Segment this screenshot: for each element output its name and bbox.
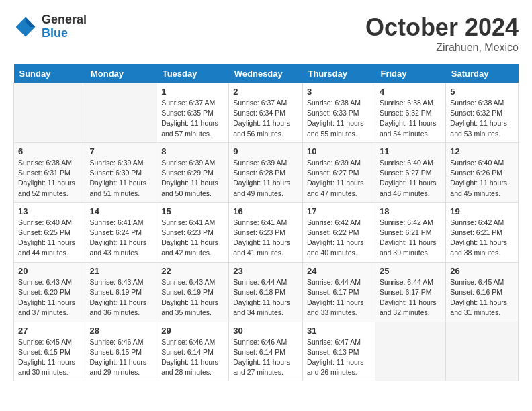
day-info: Sunrise: 6:39 AM Sunset: 6:27 PM Dayligh…: [307, 158, 371, 199]
calendar-cell: 5Sunrise: 6:38 AM Sunset: 6:32 PM Daylig…: [446, 83, 519, 143]
day-number: 26: [450, 266, 514, 276]
day-number: 22: [161, 266, 224, 276]
day-number: 25: [380, 266, 441, 276]
calendar-cell: 29Sunrise: 6:46 AM Sunset: 6:14 PM Dayli…: [157, 322, 229, 381]
calendar-cell: 26Sunrise: 6:45 AM Sunset: 6:16 PM Dayli…: [446, 262, 519, 322]
week-row-5: 27Sunrise: 6:45 AM Sunset: 6:15 PM Dayli…: [14, 322, 519, 381]
calendar-cell: [85, 83, 157, 143]
week-row-1: 1Sunrise: 6:37 AM Sunset: 6:35 PM Daylig…: [14, 83, 519, 143]
calendar-cell: 2Sunrise: 6:37 AM Sunset: 6:34 PM Daylig…: [229, 83, 303, 143]
calendar-header-row: SundayMondayTuesdayWednesdayThursdayFrid…: [14, 64, 519, 83]
day-info: Sunrise: 6:45 AM Sunset: 6:15 PM Dayligh…: [18, 337, 81, 378]
logo-text: General Blue: [42, 13, 87, 40]
column-header-wednesday: Wednesday: [229, 64, 303, 83]
day-number: 21: [89, 266, 152, 276]
day-number: 19: [450, 206, 514, 216]
day-info: Sunrise: 6:43 AM Sunset: 6:19 PM Dayligh…: [89, 277, 152, 318]
day-info: Sunrise: 6:44 AM Sunset: 6:18 PM Dayligh…: [233, 277, 298, 318]
calendar-cell: [446, 322, 519, 381]
day-number: 29: [161, 326, 224, 336]
day-number: 11: [380, 146, 441, 156]
calendar-cell: 22Sunrise: 6:43 AM Sunset: 6:19 PM Dayli…: [157, 262, 229, 322]
day-number: 7: [89, 146, 152, 156]
calendar-cell: 14Sunrise: 6:41 AM Sunset: 6:24 PM Dayli…: [85, 202, 157, 262]
calendar-cell: 11Sunrise: 6:40 AM Sunset: 6:27 PM Dayli…: [375, 142, 445, 202]
calendar-cell: 28Sunrise: 6:46 AM Sunset: 6:15 PM Dayli…: [85, 322, 157, 381]
day-number: 6: [18, 146, 81, 156]
day-number: 13: [18, 206, 81, 216]
day-info: Sunrise: 6:37 AM Sunset: 6:35 PM Dayligh…: [161, 98, 224, 139]
day-number: 20: [18, 266, 81, 276]
calendar-cell: 19Sunrise: 6:42 AM Sunset: 6:21 PM Dayli…: [446, 202, 519, 262]
day-info: Sunrise: 6:41 AM Sunset: 6:23 PM Dayligh…: [161, 218, 224, 259]
calendar-cell: 23Sunrise: 6:44 AM Sunset: 6:18 PM Dayli…: [229, 262, 303, 322]
day-info: Sunrise: 6:39 AM Sunset: 6:28 PM Dayligh…: [233, 158, 298, 199]
calendar-cell: 6Sunrise: 6:38 AM Sunset: 6:31 PM Daylig…: [14, 142, 85, 202]
day-info: Sunrise: 6:47 AM Sunset: 6:13 PM Dayligh…: [307, 337, 371, 378]
day-number: 9: [233, 146, 298, 156]
logo: General Blue: [13, 13, 87, 40]
column-header-friday: Friday: [375, 64, 445, 83]
calendar-cell: 18Sunrise: 6:42 AM Sunset: 6:21 PM Dayli…: [375, 202, 445, 262]
calendar-cell: 21Sunrise: 6:43 AM Sunset: 6:19 PM Dayli…: [85, 262, 157, 322]
day-info: Sunrise: 6:44 AM Sunset: 6:17 PM Dayligh…: [380, 277, 441, 318]
day-number: 28: [89, 326, 152, 336]
calendar-cell: 1Sunrise: 6:37 AM Sunset: 6:35 PM Daylig…: [157, 83, 229, 143]
logo-icon: [13, 15, 38, 39]
day-info: Sunrise: 6:38 AM Sunset: 6:32 PM Dayligh…: [450, 98, 514, 139]
calendar-cell: 3Sunrise: 6:38 AM Sunset: 6:33 PM Daylig…: [302, 83, 375, 143]
day-info: Sunrise: 6:42 AM Sunset: 6:22 PM Dayligh…: [307, 218, 371, 259]
calendar-cell: 9Sunrise: 6:39 AM Sunset: 6:28 PM Daylig…: [229, 142, 303, 202]
day-info: Sunrise: 6:40 AM Sunset: 6:25 PM Dayligh…: [18, 218, 81, 259]
day-info: Sunrise: 6:46 AM Sunset: 6:14 PM Dayligh…: [233, 337, 298, 378]
calendar-cell: 27Sunrise: 6:45 AM Sunset: 6:15 PM Dayli…: [14, 322, 85, 381]
calendar-table: SundayMondayTuesdayWednesdayThursdayFrid…: [13, 64, 519, 381]
day-number: 8: [161, 146, 224, 156]
week-row-4: 20Sunrise: 6:43 AM Sunset: 6:20 PM Dayli…: [14, 262, 519, 322]
calendar-cell: 4Sunrise: 6:38 AM Sunset: 6:32 PM Daylig…: [375, 83, 445, 143]
day-info: Sunrise: 6:38 AM Sunset: 6:33 PM Dayligh…: [307, 98, 371, 139]
day-number: 1: [161, 87, 224, 97]
day-number: 23: [233, 266, 298, 276]
day-number: 12: [450, 146, 514, 156]
calendar-cell: [375, 322, 445, 381]
day-number: 14: [89, 206, 152, 216]
day-number: 15: [161, 206, 224, 216]
calendar-cell: [14, 83, 85, 143]
day-info: Sunrise: 6:44 AM Sunset: 6:17 PM Dayligh…: [307, 277, 371, 318]
calendar-cell: 20Sunrise: 6:43 AM Sunset: 6:20 PM Dayli…: [14, 262, 85, 322]
calendar-cell: 15Sunrise: 6:41 AM Sunset: 6:23 PM Dayli…: [157, 202, 229, 262]
column-header-sunday: Sunday: [14, 64, 85, 83]
day-info: Sunrise: 6:40 AM Sunset: 6:27 PM Dayligh…: [380, 158, 441, 199]
calendar-cell: 7Sunrise: 6:39 AM Sunset: 6:30 PM Daylig…: [85, 142, 157, 202]
day-info: Sunrise: 6:46 AM Sunset: 6:15 PM Dayligh…: [89, 337, 152, 378]
day-info: Sunrise: 6:37 AM Sunset: 6:34 PM Dayligh…: [233, 98, 298, 139]
calendar-cell: 17Sunrise: 6:42 AM Sunset: 6:22 PM Dayli…: [302, 202, 375, 262]
calendar-cell: 16Sunrise: 6:41 AM Sunset: 6:23 PM Dayli…: [229, 202, 303, 262]
day-number: 31: [307, 326, 371, 336]
column-header-thursday: Thursday: [302, 64, 375, 83]
day-info: Sunrise: 6:38 AM Sunset: 6:31 PM Dayligh…: [18, 158, 81, 199]
calendar-cell: 24Sunrise: 6:44 AM Sunset: 6:17 PM Dayli…: [302, 262, 375, 322]
location-subtitle: Zirahuen, Mexico: [365, 42, 519, 54]
day-number: 27: [18, 326, 81, 336]
day-info: Sunrise: 6:43 AM Sunset: 6:20 PM Dayligh…: [18, 277, 81, 318]
calendar-body: 1Sunrise: 6:37 AM Sunset: 6:35 PM Daylig…: [14, 83, 519, 381]
column-header-saturday: Saturday: [446, 64, 519, 83]
day-number: 4: [380, 87, 441, 97]
day-number: 18: [380, 206, 441, 216]
calendar-cell: 31Sunrise: 6:47 AM Sunset: 6:13 PM Dayli…: [302, 322, 375, 381]
calendar-cell: 25Sunrise: 6:44 AM Sunset: 6:17 PM Dayli…: [375, 262, 445, 322]
logo-line2: Blue: [42, 27, 87, 40]
day-number: 24: [307, 266, 371, 276]
day-info: Sunrise: 6:43 AM Sunset: 6:19 PM Dayligh…: [161, 277, 224, 318]
day-number: 17: [307, 206, 371, 216]
column-header-monday: Monday: [85, 64, 157, 83]
title-block: October 2024 Zirahuen, Mexico: [365, 13, 519, 54]
calendar-cell: 8Sunrise: 6:39 AM Sunset: 6:29 PM Daylig…: [157, 142, 229, 202]
day-info: Sunrise: 6:46 AM Sunset: 6:14 PM Dayligh…: [161, 337, 224, 378]
week-row-3: 13Sunrise: 6:40 AM Sunset: 6:25 PM Dayli…: [14, 202, 519, 262]
day-number: 5: [450, 87, 514, 97]
day-info: Sunrise: 6:40 AM Sunset: 6:26 PM Dayligh…: [450, 158, 514, 199]
day-number: 10: [307, 146, 371, 156]
